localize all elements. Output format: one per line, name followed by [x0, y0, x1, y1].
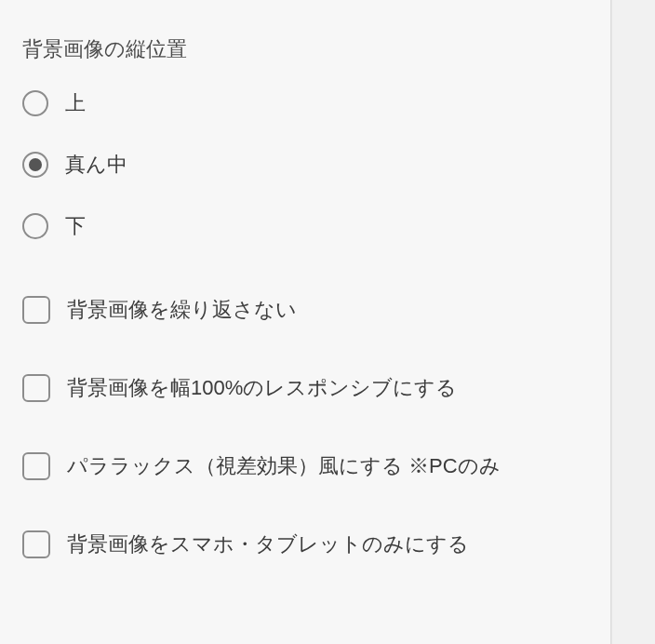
checkbox-icon [22, 452, 50, 480]
radio-option-top[interactable]: 上 [22, 89, 588, 117]
radio-option-middle[interactable]: 真ん中 [22, 151, 588, 179]
radio-label: 下 [65, 212, 86, 240]
right-gutter [611, 0, 655, 644]
checkbox-label: 背景画像をスマホ・タブレットのみにする [67, 530, 469, 558]
vertical-position-radio-group: 上 真ん中 下 [22, 89, 588, 240]
checkbox-responsive-width[interactable]: 背景画像を幅100%のレスポンシブにする [22, 374, 588, 402]
checkbox-label: 背景画像を繰り返さない [67, 296, 297, 324]
radio-option-bottom[interactable]: 下 [22, 212, 588, 240]
radio-label: 真ん中 [65, 151, 127, 179]
settings-panel: 背景画像の縦位置 上 真ん中 下 背景画像を繰り返さない 背景画像を幅100%の… [0, 0, 611, 644]
checkbox-icon [22, 296, 50, 324]
checkbox-parallax[interactable]: パララックス（視差効果）風にする ※PCのみ [22, 452, 588, 480]
checkbox-icon [22, 374, 50, 402]
radio-icon [22, 90, 48, 116]
checkbox-mobile-only[interactable]: 背景画像をスマホ・タブレットのみにする [22, 530, 588, 558]
checkbox-label: 背景画像を幅100%のレスポンシブにする [67, 374, 457, 402]
radio-label: 上 [65, 89, 86, 117]
radio-icon [22, 152, 48, 178]
radio-icon [22, 213, 48, 239]
checkbox-icon [22, 530, 50, 558]
checkbox-label: パララックス（視差効果）風にする ※PCのみ [67, 452, 501, 480]
checkbox-group: 背景画像を繰り返さない 背景画像を幅100%のレスポンシブにする パララックス（… [22, 296, 588, 558]
section-title: 背景画像の縦位置 [22, 35, 588, 63]
checkbox-no-repeat[interactable]: 背景画像を繰り返さない [22, 296, 588, 324]
